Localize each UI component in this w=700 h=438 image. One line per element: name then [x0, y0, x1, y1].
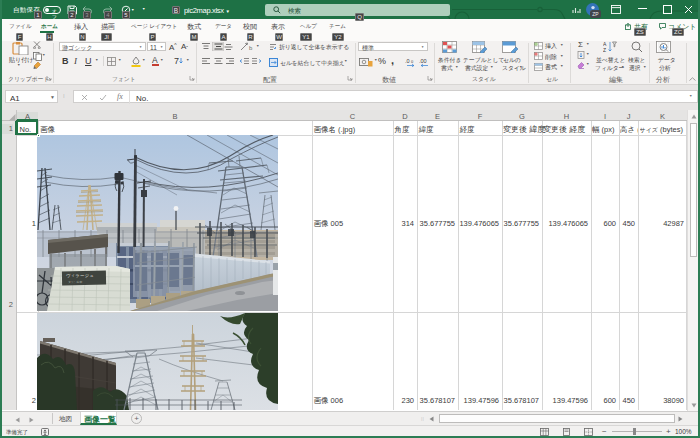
svg-text:7: 7 [174, 56, 179, 66]
svg-text:タウン府中: タウン府中 [68, 280, 82, 284]
svg-text:ヴィラージュ: ヴィラージュ [66, 273, 94, 278]
svg-text:b: b [249, 45, 253, 51]
svg-text:.0: .0 [405, 58, 410, 64]
svg-text:Z: Z [603, 47, 606, 53]
svg-text:.00: .00 [419, 58, 427, 64]
svg-text:0: 0 [411, 59, 414, 64]
